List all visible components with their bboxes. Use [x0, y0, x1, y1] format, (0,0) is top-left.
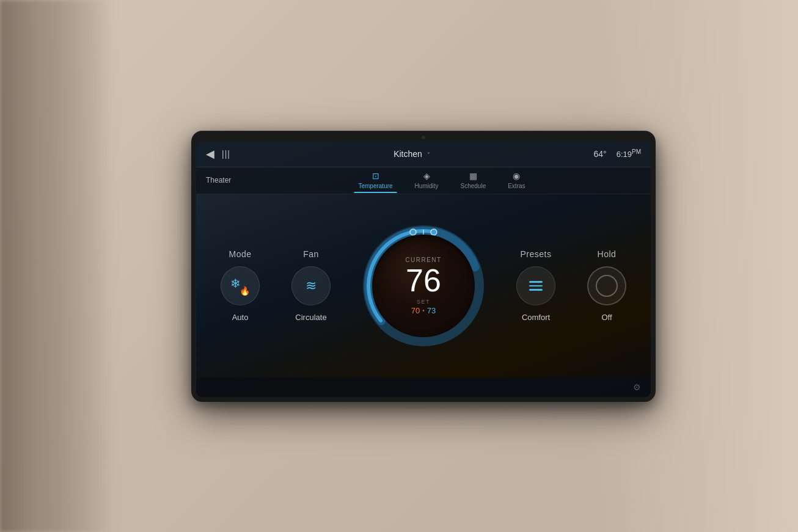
temperature-tab-icon: ⊡	[372, 171, 379, 181]
zone-label: Theater	[206, 176, 243, 184]
set-temp-low: 70	[411, 306, 420, 315]
tabs-container: ⊡ Temperature ◈ Humidity ▦ Schedule ◉ Ex…	[243, 167, 641, 193]
location-arrow-icon: ˅	[427, 151, 430, 158]
device-screen: ◀ ||| Kitchen ˅ 64° 6:19PM Theater	[196, 142, 651, 397]
hold-label: Hold	[598, 249, 617, 259]
hamburger-line-3	[529, 289, 543, 291]
fan-icon: ≋	[306, 278, 317, 294]
hold-section: Hold Off	[587, 249, 626, 322]
fan-section: Fan ≋ Circulate	[291, 249, 331, 322]
hamburger-icon	[529, 281, 543, 291]
presets-label: Presets	[521, 249, 552, 259]
fan-button[interactable]: ≋	[291, 266, 331, 305]
header-left: ◀ |||	[206, 147, 230, 161]
presets-button[interactable]	[516, 266, 555, 305]
fan-label: Fan	[303, 249, 319, 259]
header-center: Kitchen ˅	[230, 148, 594, 159]
main-content: Mode ❄ 🔥 Auto Fan ≋ Circulate	[196, 194, 651, 377]
set-temp-high: 73	[427, 306, 436, 315]
mode-section: Mode ❄ 🔥 Auto	[221, 249, 260, 322]
thermostat-dial-container: CURRENT 76 SET 70 • 73	[362, 225, 485, 347]
svg-point-5	[431, 229, 437, 235]
tab-bar: Theater ⊡ Temperature ◈ Humidity ▦ Sched…	[196, 167, 651, 194]
extras-tab-label: Extras	[508, 183, 525, 189]
mode-label: Mode	[229, 249, 251, 259]
set-label: SET	[417, 299, 430, 305]
set-temp-separator: •	[422, 307, 425, 314]
humidity-tab-icon: ◈	[423, 171, 430, 181]
thermostat-dial[interactable]: CURRENT 76 SET 70 • 73	[362, 225, 485, 347]
mode-button[interactable]: ❄ 🔥	[221, 266, 260, 305]
presets-value: Comfort	[522, 313, 550, 322]
hold-inner-ring	[596, 275, 618, 297]
header-location[interactable]: Kitchen	[394, 149, 422, 159]
hold-value: Off	[601, 313, 612, 322]
current-temp: 76	[406, 264, 441, 296]
settings-icon[interactable]: ⚙	[633, 382, 641, 392]
hamburger-line-2	[529, 285, 543, 287]
fan-value: Circulate	[295, 313, 326, 322]
hold-button[interactable]	[587, 266, 626, 305]
door-frame	[0, 0, 122, 532]
mode-value: Auto	[232, 313, 249, 322]
thermostat-device: ◀ ||| Kitchen ˅ 64° 6:19PM Theater	[191, 131, 656, 402]
temperature-tab-label: Temperature	[358, 183, 392, 189]
tab-temperature[interactable]: ⊡ Temperature	[348, 167, 402, 193]
header-right: 64° 6:19PM	[594, 148, 641, 159]
outdoor-temp: 64°	[594, 149, 607, 159]
device-bezel: ◀ ||| Kitchen ˅ 64° 6:19PM Theater	[191, 131, 656, 402]
current-label: CURRENT	[405, 257, 441, 263]
current-time: 6:19PM	[617, 148, 641, 159]
schedule-tab-icon: ▦	[469, 171, 477, 181]
status-bar: ⚙	[196, 377, 651, 397]
mode-icon: ❄ 🔥	[230, 276, 250, 296]
schedule-tab-label: Schedule	[461, 183, 486, 189]
menu-icon[interactable]: |||	[222, 149, 230, 159]
tab-schedule[interactable]: ▦ Schedule	[451, 167, 496, 193]
back-icon[interactable]: ◀	[206, 147, 214, 161]
header-bar: ◀ ||| Kitchen ˅ 64° 6:19PM	[196, 142, 651, 167]
presets-section: Presets Comfort	[516, 249, 555, 322]
extras-tab-icon: ◉	[513, 171, 520, 181]
set-temps: 70 • 73	[411, 306, 436, 315]
dial-inner: CURRENT 76 SET 70 • 73	[372, 235, 475, 337]
fire-icon: 🔥	[240, 286, 250, 296]
svg-point-4	[410, 229, 416, 235]
hamburger-line-1	[529, 281, 543, 283]
tab-extras[interactable]: ◉ Extras	[498, 167, 535, 193]
humidity-tab-label: Humidity	[415, 183, 439, 189]
camera-dot	[422, 136, 425, 139]
tab-humidity[interactable]: ◈ Humidity	[405, 167, 448, 193]
